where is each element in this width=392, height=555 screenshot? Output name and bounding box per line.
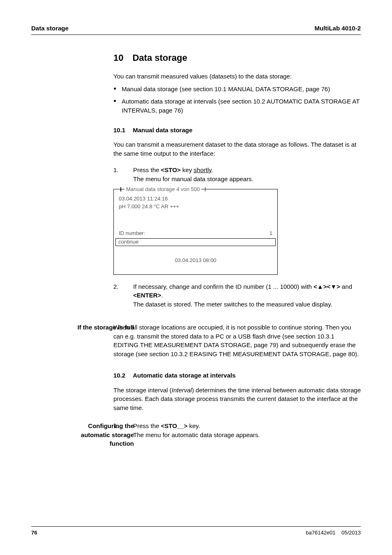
key-enter: <ENTER>	[133, 292, 161, 299]
step-1-auto: 1. Press the <STO__> key. The menu for a…	[113, 421, 361, 440]
chapter-title: Data storage	[132, 53, 187, 63]
section-para: The storage interval (Interval) determin…	[113, 386, 361, 412]
key-sto-long: <STO__>	[161, 422, 188, 429]
side-label-configuring: Configuring the automatic storage functi…	[62, 421, 139, 448]
header-left: Data storage	[31, 24, 69, 33]
id-value: 1	[270, 230, 272, 237]
step-body: Press the <STO__> key. The menu for auto…	[133, 421, 361, 440]
device-line-timestamp: 03.04.2013 11:24:16	[119, 195, 272, 203]
intro-text: You can transmit measured values (datase…	[113, 72, 361, 81]
section-title: Manual data storage	[133, 127, 192, 134]
interval-italic: Interval	[172, 387, 192, 394]
page-header: Data storage MultiLab 4010-2	[31, 24, 361, 33]
page-number: 76	[31, 529, 37, 537]
continue-row: continue	[115, 238, 276, 246]
chapter-number: 10	[113, 51, 123, 64]
step-number: 2.	[113, 282, 133, 309]
key-sto: <STO>	[161, 166, 181, 173]
step-number: 1.	[113, 166, 133, 184]
device-line-reading: pH 7.000 24.8 °C AR +++	[119, 203, 272, 211]
bullet-item: Automatic data storage at intervals (see…	[113, 97, 361, 115]
side-label-storage-full: If the storage is full	[62, 323, 139, 332]
section-number: 10.2	[113, 371, 125, 380]
header-rule	[31, 35, 361, 35]
step-body: If necessary, change and confirm the ID …	[133, 282, 361, 309]
device-title: Manual data storage 4 von 500	[125, 186, 201, 193]
device-footer-timestamp: 03.04.2013 08:00	[114, 257, 277, 265]
bullet-list: Manual data storage (see section 10.1 MA…	[113, 85, 361, 115]
section-title: Automatic data storage at intervals	[133, 372, 235, 379]
device-screen: Manual data storage 4 von 500 03.04.2013…	[113, 189, 278, 274]
storage-full-para: When all storage locations are occupied,…	[113, 323, 361, 359]
key-arrows: <▲><▼>	[314, 283, 340, 290]
footer-rule	[31, 526, 361, 527]
header-right: MultiLab 4010-2	[314, 24, 361, 33]
footer-right: ba76142e01 05/2013	[306, 529, 361, 537]
step-body: Press the <STO> key shortly. The menu fo…	[133, 166, 361, 184]
step-2: 2. If necessary, change and confirm the …	[113, 282, 361, 309]
step-1: 1. Press the <STO> key shortly. The menu…	[113, 166, 361, 184]
section-10-1-heading: 10.1Manual data storage	[113, 126, 361, 135]
bullet-item: Manual data storage (see section 10.1 MA…	[113, 85, 361, 94]
section-number: 10.1	[113, 126, 125, 135]
section-para: You can transmit a measurement dataset t…	[113, 140, 361, 158]
chapter-heading: 10Data storage	[113, 51, 361, 64]
page-footer: 76 ba76142e01 05/2013	[31, 526, 361, 537]
section-10-2-heading: 10.2Automatic data storage at intervals	[113, 371, 361, 380]
id-label: ID number:	[119, 230, 145, 237]
